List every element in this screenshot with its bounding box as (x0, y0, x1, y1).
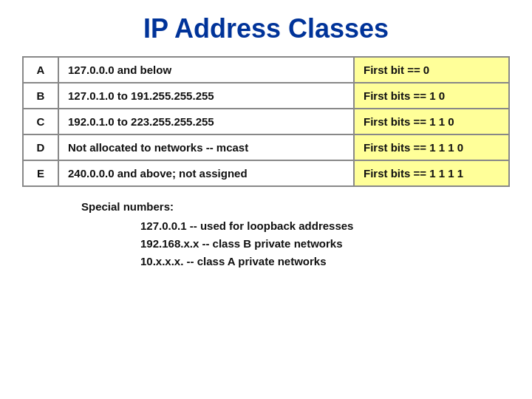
special-numbers-list: 127.0.0.1 -- used for loopback addresses… (81, 217, 510, 270)
bits-cell: First bits == 1 1 1 0 (354, 134, 509, 160)
class-cell: D (23, 134, 58, 160)
range-cell: 127.0.1.0 to 191.255.255.255 (58, 83, 354, 109)
table-row: C192.0.1.0 to 223.255.255.255First bits … (23, 109, 509, 134)
class-cell: E (23, 160, 58, 186)
table-row: A127.0.0.0 and belowFirst bit == 0 (23, 57, 509, 83)
bits-cell: First bits == 1 1 0 (354, 109, 509, 134)
range-cell: 192.0.1.0 to 223.255.255.255 (58, 109, 354, 134)
class-cell: C (23, 109, 58, 134)
range-cell: 127.0.0.0 and below (58, 57, 354, 83)
special-line: 10.x.x.x. -- class A private networks (140, 253, 510, 270)
class-cell: A (23, 57, 58, 83)
ip-classes-table: A127.0.0.0 and belowFirst bit == 0B127.0… (22, 56, 510, 187)
page-title: IP Address Classes (143, 13, 389, 44)
range-cell: Not allocated to networks -- mcast (58, 134, 354, 160)
bits-cell: First bit == 0 (354, 57, 509, 83)
table-row: E240.0.0.0 and above; not assignedFirst … (23, 160, 509, 186)
table-row: B127.0.1.0 to 191.255.255.255First bits … (23, 83, 509, 109)
table-row: DNot allocated to networks -- mcastFirst… (23, 134, 509, 160)
bits-cell: First bits == 1 0 (354, 83, 509, 109)
special-numbers-section: Special numbers: 127.0.0.1 -- used for l… (22, 200, 510, 270)
bits-cell: First bits == 1 1 1 1 (354, 160, 509, 186)
special-line: 192.168.x.x -- class B private networks (140, 235, 510, 253)
range-cell: 240.0.0.0 and above; not assigned (58, 160, 354, 186)
class-cell: B (23, 83, 58, 109)
special-line: 127.0.0.1 -- used for loopback addresses (140, 217, 510, 235)
special-title: Special numbers: (81, 200, 510, 213)
